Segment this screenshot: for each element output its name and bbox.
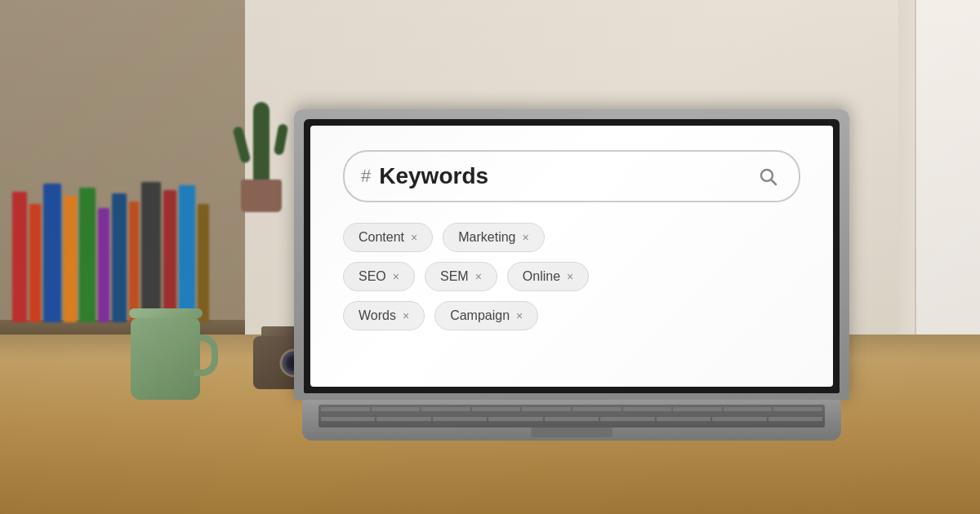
book bbox=[12, 192, 27, 322]
tag-seo-close[interactable]: × bbox=[393, 270, 399, 283]
tag-words[interactable]: Words × bbox=[343, 301, 425, 330]
key bbox=[657, 417, 710, 421]
tag-campaign-label: Campaign bbox=[450, 308, 510, 323]
laptop-base bbox=[302, 400, 841, 441]
tag-marketing-label: Marketing bbox=[458, 230, 515, 245]
key bbox=[522, 407, 571, 411]
laptop-screen-outer: # Keywords bbox=[294, 109, 849, 400]
svg-point-0 bbox=[761, 170, 773, 181]
tag-seo[interactable]: SEO × bbox=[343, 262, 415, 291]
mug-rim bbox=[129, 308, 203, 318]
keyboard-row-2 bbox=[321, 417, 822, 425]
search-button[interactable] bbox=[753, 162, 782, 191]
cactus-pot bbox=[241, 179, 282, 212]
key bbox=[673, 407, 722, 411]
keyboard-row-1 bbox=[321, 407, 822, 415]
tags-row-3: Words × Campaign × bbox=[343, 301, 800, 330]
tag-content[interactable]: Content × bbox=[343, 223, 433, 252]
books-container bbox=[12, 182, 209, 322]
main-scene: # Keywords bbox=[0, 0, 980, 514]
key bbox=[623, 407, 672, 411]
key bbox=[321, 417, 375, 421]
screen-content: # Keywords bbox=[310, 126, 833, 387]
key bbox=[472, 407, 521, 411]
tag-seo-label: SEO bbox=[359, 269, 386, 284]
key bbox=[773, 407, 822, 411]
book bbox=[129, 202, 139, 322]
tag-sem[interactable]: SEM × bbox=[425, 262, 497, 291]
tag-marketing[interactable]: Marketing × bbox=[443, 223, 544, 252]
book bbox=[112, 193, 127, 322]
key bbox=[433, 417, 487, 421]
tag-online[interactable]: Online × bbox=[507, 262, 589, 291]
search-input-display: Keywords bbox=[379, 163, 753, 189]
tags-container: Content × Marketing × SEO bbox=[343, 223, 800, 330]
mug bbox=[131, 318, 200, 400]
book bbox=[64, 196, 77, 322]
key bbox=[488, 417, 542, 421]
tag-words-label: Words bbox=[359, 308, 396, 323]
tag-campaign[interactable]: Campaign × bbox=[434, 301, 538, 330]
key bbox=[376, 417, 430, 421]
cactus-body bbox=[253, 102, 270, 184]
laptop-touchpad bbox=[531, 428, 612, 437]
tag-online-label: Online bbox=[523, 269, 560, 284]
tag-sem-close[interactable]: × bbox=[475, 270, 482, 283]
key bbox=[712, 417, 766, 421]
tag-words-close[interactable]: × bbox=[403, 309, 409, 322]
book bbox=[43, 184, 61, 322]
tag-content-close[interactable]: × bbox=[411, 231, 417, 244]
key bbox=[768, 417, 822, 421]
svg-line-1 bbox=[772, 180, 776, 184]
cactus-arm-left bbox=[232, 126, 251, 164]
book bbox=[141, 182, 161, 322]
key bbox=[545, 417, 599, 421]
cactus-plant bbox=[229, 49, 294, 212]
mug-container bbox=[131, 310, 203, 400]
book bbox=[198, 204, 209, 322]
tag-content-label: Content bbox=[359, 230, 404, 245]
search-bar[interactable]: # Keywords bbox=[343, 150, 800, 202]
search-icon bbox=[758, 166, 777, 186]
key bbox=[600, 417, 654, 421]
key bbox=[421, 407, 470, 411]
book bbox=[29, 204, 41, 322]
tag-marketing-close[interactable]: × bbox=[522, 231, 528, 244]
tags-row-1: Content × Marketing × bbox=[343, 223, 800, 252]
laptop-screen: # Keywords bbox=[310, 126, 833, 387]
bookshelf-panel bbox=[0, 0, 245, 335]
book bbox=[79, 188, 96, 322]
laptop-keyboard bbox=[318, 405, 825, 428]
key bbox=[372, 407, 421, 411]
book bbox=[163, 190, 176, 322]
tag-campaign-close[interactable]: × bbox=[516, 309, 523, 322]
tag-online-close[interactable]: × bbox=[567, 270, 573, 283]
book bbox=[98, 208, 109, 322]
key bbox=[321, 407, 370, 411]
tag-sem-label: SEM bbox=[440, 269, 469, 284]
tags-row-2: SEO × SEM × Online × bbox=[343, 262, 800, 291]
laptop: # Keywords bbox=[286, 109, 858, 441]
cabinet bbox=[915, 0, 980, 367]
book bbox=[179, 185, 195, 322]
key bbox=[572, 407, 621, 411]
key bbox=[724, 407, 773, 411]
laptop-bezel: # Keywords bbox=[304, 119, 840, 393]
hash-icon: # bbox=[361, 166, 371, 187]
